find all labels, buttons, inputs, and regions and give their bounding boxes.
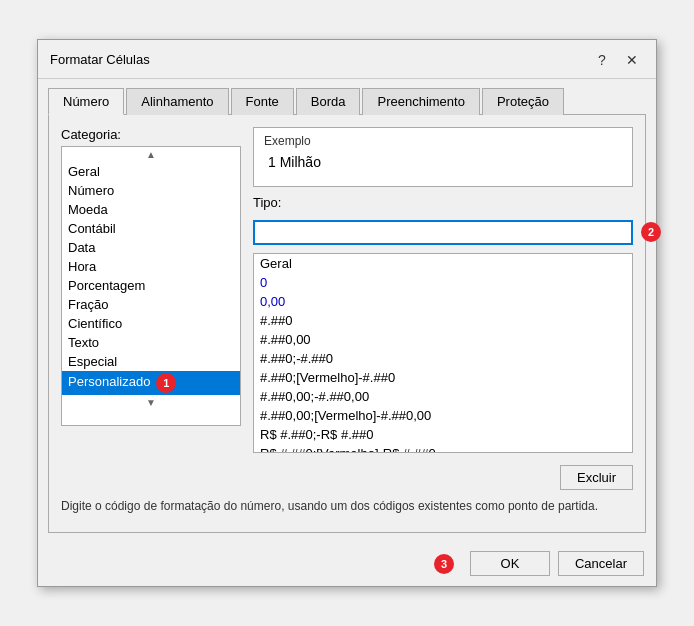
cancelar-button[interactable]: Cancelar xyxy=(558,551,644,576)
category-item[interactable]: Fração xyxy=(62,295,240,314)
category-item[interactable]: Moeda xyxy=(62,200,240,219)
category-item[interactable]: Contábil xyxy=(62,219,240,238)
category-list[interactable]: ▲ GeralNúmeroMoedaContábilDataHoraPorcen… xyxy=(61,146,241,426)
badge-3: 3 xyxy=(434,554,454,574)
format-list-container: Geral00,00#.##0#.##0,00#.##0;-#.##0#.##0… xyxy=(253,253,633,453)
badge-1: 1 xyxy=(156,373,176,393)
format-cells-dialog: Formatar Células ? ✕ Número Alinhamento … xyxy=(37,39,657,588)
category-item[interactable]: Científico xyxy=(62,314,240,333)
example-label: Exemplo xyxy=(264,134,622,148)
format-list-item[interactable]: #.##0,00 xyxy=(254,330,632,349)
help-button[interactable]: ? xyxy=(590,48,614,72)
tab-numero[interactable]: Número xyxy=(48,88,124,115)
format-list-item[interactable]: Geral xyxy=(254,254,632,273)
category-scroll-down[interactable]: ▼ xyxy=(62,395,240,410)
format-list-item[interactable]: #.##0;[Vermelho]-#.##0 xyxy=(254,368,632,387)
format-list-item[interactable]: R$ #.##0;[Vermelho]-R$ #.##0 xyxy=(254,444,632,453)
category-item[interactable]: Personalizado1 xyxy=(62,371,240,395)
format-list-item[interactable]: R$ #.##0;-R$ #.##0 xyxy=(254,425,632,444)
bottom-row: 3 OK Cancelar xyxy=(38,543,656,586)
tipo-input-row: 2 xyxy=(253,220,633,245)
category-item[interactable]: Porcentagem xyxy=(62,276,240,295)
category-item[interactable]: Número xyxy=(62,181,240,200)
excluir-button[interactable]: Excluir xyxy=(560,465,633,490)
example-box: Exemplo 1 Milhão xyxy=(253,127,633,187)
format-list-item[interactable]: #.##0;-#.##0 xyxy=(254,349,632,368)
format-list-item[interactable]: #.##0,00;[Vermelho]-#.##0,00 xyxy=(254,406,632,425)
title-bar-buttons: ? ✕ xyxy=(590,48,644,72)
category-item[interactable]: Hora xyxy=(62,257,240,276)
dialog-title: Formatar Células xyxy=(50,52,150,67)
close-button[interactable]: ✕ xyxy=(620,48,644,72)
category-panel: Categoria: ▲ GeralNúmeroMoedaContábilDat… xyxy=(61,127,241,490)
format-list[interactable]: Geral00,00#.##0#.##0,00#.##0;-#.##0#.##0… xyxy=(253,253,633,453)
hint-text: Digite o código de formatação do número,… xyxy=(61,498,633,515)
tipo-label: Tipo: xyxy=(253,195,633,210)
tab-protecao[interactable]: Proteção xyxy=(482,88,564,115)
example-value: 1 Milhão xyxy=(264,152,622,172)
format-list-item[interactable]: #.##0,00;-#.##0,00 xyxy=(254,387,632,406)
right-panel: Exemplo 1 Milhão Tipo: 2 Geral00,00#.##0… xyxy=(253,127,633,490)
excluir-row: Excluir xyxy=(253,465,633,490)
tab-alinhamento[interactable]: Alinhamento xyxy=(126,88,228,115)
format-list-item[interactable]: 0,00 xyxy=(254,292,632,311)
category-item[interactable]: Texto xyxy=(62,333,240,352)
badge-2: 2 xyxy=(641,222,661,242)
ok-button[interactable]: OK xyxy=(470,551,550,576)
format-list-item[interactable]: #.##0 xyxy=(254,311,632,330)
category-item[interactable]: Data xyxy=(62,238,240,257)
format-list-item[interactable]: 0 xyxy=(254,273,632,292)
tab-preenchimento[interactable]: Preenchimento xyxy=(362,88,479,115)
category-scroll-up[interactable]: ▲ xyxy=(62,147,240,162)
tipo-input[interactable] xyxy=(253,220,633,245)
tab-fonte[interactable]: Fonte xyxy=(231,88,294,115)
category-label: Categoria: xyxy=(61,127,241,142)
tab-bar: Número Alinhamento Fonte Borda Preenchim… xyxy=(38,79,656,114)
category-item[interactable]: Geral xyxy=(62,162,240,181)
tab-borda[interactable]: Borda xyxy=(296,88,361,115)
tab-content: Categoria: ▲ GeralNúmeroMoedaContábilDat… xyxy=(48,114,646,534)
main-area: Categoria: ▲ GeralNúmeroMoedaContábilDat… xyxy=(61,127,633,490)
title-bar: Formatar Células ? ✕ xyxy=(38,40,656,79)
category-item[interactable]: Especial xyxy=(62,352,240,371)
